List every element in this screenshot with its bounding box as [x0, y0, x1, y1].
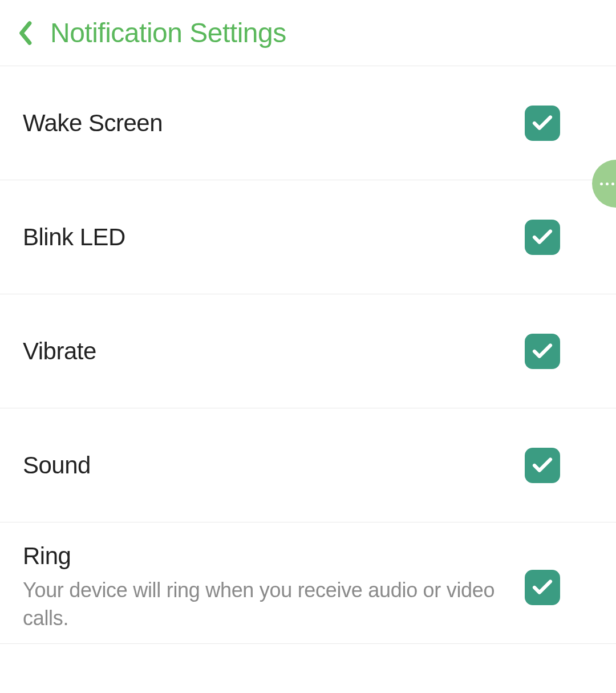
page-title: Notification Settings — [50, 17, 286, 48]
checkbox-blink-led[interactable] — [525, 220, 560, 255]
chevron-left-icon — [17, 21, 33, 46]
setting-label: Wake Screen — [23, 110, 508, 137]
setting-label: Ring — [23, 542, 508, 570]
checkbox-vibrate[interactable] — [525, 334, 560, 369]
setting-label: Sound — [23, 452, 508, 479]
check-icon — [530, 225, 554, 249]
more-dots-icon — [600, 183, 614, 185]
settings-list: Wake Screen Blink LED Vibrate So — [0, 66, 616, 644]
checkbox-ring[interactable] — [525, 570, 560, 605]
setting-subtitle: Your device will ring when you receive a… — [23, 577, 508, 632]
page-header: Notification Settings — [0, 0, 616, 66]
setting-row-wake-screen[interactable]: Wake Screen — [0, 66, 616, 180]
setting-text: Ring Your device will ring when you rece… — [23, 542, 525, 632]
setting-text: Blink LED — [23, 224, 525, 251]
setting-text: Wake Screen — [23, 110, 525, 137]
setting-text: Sound — [23, 452, 525, 479]
setting-text: Vibrate — [23, 338, 525, 365]
check-icon — [530, 111, 554, 135]
check-icon — [530, 339, 554, 363]
checkbox-wake-screen[interactable] — [525, 106, 560, 141]
setting-row-vibrate[interactable]: Vibrate — [0, 294, 616, 408]
setting-label: Blink LED — [23, 224, 508, 251]
back-button[interactable] — [17, 21, 33, 46]
setting-row-blink-led[interactable]: Blink LED — [0, 180, 616, 294]
setting-row-ring[interactable]: Ring Your device will ring when you rece… — [0, 522, 616, 644]
check-icon — [530, 576, 554, 599]
check-icon — [530, 453, 554, 477]
setting-row-sound[interactable]: Sound — [0, 408, 616, 522]
checkbox-sound[interactable] — [525, 448, 560, 483]
setting-label: Vibrate — [23, 338, 508, 365]
